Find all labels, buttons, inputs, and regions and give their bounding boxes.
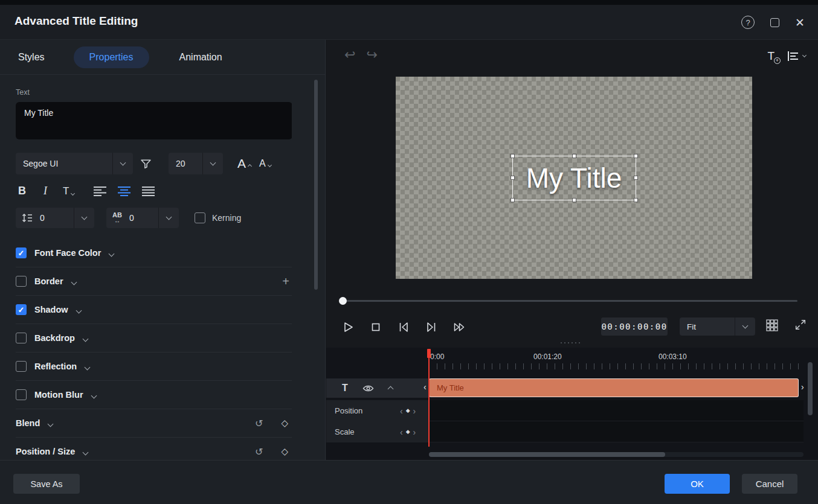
clip-trim-left-icon[interactable]: ‹: [423, 382, 427, 392]
section-backdrop[interactable]: Backdrop: [16, 324, 292, 352]
font-face-color-checkbox[interactable]: ✓: [16, 247, 27, 258]
keyframe-diamond-icon[interactable]: ◇: [281, 418, 288, 429]
keyframe-diamond-icon[interactable]: ◇: [281, 446, 288, 457]
help-icon[interactable]: ?: [741, 16, 755, 29]
playhead-line[interactable]: [428, 349, 430, 447]
add-border-icon[interactable]: +: [282, 275, 289, 289]
align-left-icon[interactable]: [94, 187, 106, 196]
font-size-select[interactable]: 20: [169, 153, 223, 174]
chevron-down-icon[interactable]: [92, 389, 96, 400]
chevron-down-icon[interactable]: [74, 208, 94, 228]
increase-font-size-button[interactable]: A: [237, 156, 246, 171]
selection-handle[interactable]: [510, 176, 515, 180]
track-visibility-icon[interactable]: [362, 384, 374, 392]
position-row-track[interactable]: [429, 400, 804, 421]
undo-icon[interactable]: ↩: [344, 47, 355, 63]
add-text-icon[interactable]: T+: [767, 49, 775, 63]
chevron-down-icon[interactable]: [735, 317, 755, 336]
preview-canvas[interactable]: My Title: [396, 77, 752, 279]
tab-properties[interactable]: Properties: [74, 46, 149, 68]
section-font-face-color[interactable]: ✓ Font Face Color: [16, 239, 292, 267]
next-frame-icon[interactable]: [424, 320, 439, 334]
chevron-down-icon[interactable]: [83, 446, 88, 457]
selection-handle[interactable]: [634, 176, 638, 180]
timeline-ruler[interactable]: 0:00 00:01:20 00:03:10: [429, 348, 804, 372]
selection-handle[interactable]: [510, 154, 515, 158]
add-keyframe-icon[interactable]: ◆: [406, 408, 410, 413]
reflection-checkbox[interactable]: [16, 361, 27, 372]
chevron-down-icon[interactable]: [72, 276, 76, 287]
selection-handle[interactable]: [572, 198, 576, 202]
save-as-button[interactable]: Save As: [13, 474, 80, 494]
timeline-horizontal-scrollbar[interactable]: [429, 452, 804, 457]
previous-frame-icon[interactable]: [396, 320, 411, 334]
grid-icon[interactable]: [766, 319, 778, 331]
section-border[interactable]: Border +: [16, 267, 292, 296]
selection-handle[interactable]: [634, 154, 638, 158]
previous-keyframe-icon[interactable]: ‹: [400, 407, 403, 415]
motion-blur-checkbox[interactable]: [16, 389, 27, 400]
seek-bar[interactable]: [343, 300, 797, 302]
backdrop-checkbox[interactable]: [16, 333, 27, 343]
font-filter-icon[interactable]: [140, 158, 152, 170]
timeline-clip[interactable]: My Title: [429, 378, 799, 397]
section-reflection[interactable]: Reflection: [16, 352, 292, 381]
align-justify-icon[interactable]: [142, 187, 155, 196]
panel-resize-handle[interactable]: [561, 342, 580, 343]
chevron-down-icon[interactable]: [112, 153, 133, 174]
zoom-fit-select[interactable]: Fit: [680, 317, 755, 336]
chevron-down-icon[interactable]: [202, 153, 223, 174]
redo-icon[interactable]: ↪: [366, 47, 377, 63]
next-keyframe-icon[interactable]: ›: [413, 407, 416, 415]
font-family-select[interactable]: Segoe UI: [16, 153, 133, 174]
timeline-vertical-scrollbar[interactable]: [808, 362, 813, 415]
reset-icon[interactable]: ↺: [255, 418, 263, 429]
collapse-track-icon[interactable]: [388, 383, 393, 394]
seek-knob[interactable]: [339, 297, 347, 305]
section-blend[interactable]: Blend ↺ ◇: [16, 409, 292, 438]
italic-button[interactable]: I: [43, 185, 47, 197]
bold-button[interactable]: B: [18, 185, 26, 197]
selection-box[interactable]: [512, 156, 636, 200]
clip-trim-right-icon[interactable]: ›: [801, 382, 804, 392]
kerning-checkbox[interactable]: [195, 212, 205, 223]
maximize-icon[interactable]: [770, 18, 779, 27]
scrollbar-thumb[interactable]: [429, 452, 665, 457]
previous-keyframe-icon[interactable]: ‹: [400, 428, 403, 436]
chevron-down-icon[interactable]: [48, 418, 53, 429]
canvas-align-dropdown[interactable]: [788, 51, 806, 61]
chevron-down-icon[interactable]: [77, 304, 81, 315]
chevron-down-icon[interactable]: [85, 361, 89, 372]
close-icon[interactable]: ✕: [795, 17, 805, 28]
line-spacing-select[interactable]: 0: [16, 208, 94, 228]
section-motion-blur[interactable]: Motion Blur: [16, 381, 292, 409]
section-shadow[interactable]: ✓ Shadow: [16, 296, 292, 324]
scale-row-track[interactable]: [429, 421, 804, 442]
fullscreen-icon[interactable]: [794, 318, 807, 331]
selection-handle[interactable]: [634, 198, 638, 202]
panel-scrollbar[interactable]: [314, 80, 318, 290]
section-position-size[interactable]: Position / Size ↺ ◇: [16, 438, 292, 460]
border-checkbox[interactable]: [16, 276, 27, 287]
kerning-option[interactable]: Kerning: [195, 212, 241, 223]
selection-handle[interactable]: [572, 154, 576, 158]
decrease-font-size-button[interactable]: A: [259, 158, 266, 169]
stop-icon[interactable]: [369, 320, 383, 334]
tab-animation[interactable]: Animation: [179, 52, 222, 63]
chevron-down-icon[interactable]: [83, 333, 88, 343]
reset-icon[interactable]: ↺: [255, 446, 263, 458]
title-text-input[interactable]: My Title: [16, 102, 292, 139]
letter-spacing-select[interactable]: AB↔ 0: [106, 208, 179, 228]
chevron-down-icon[interactable]: [158, 208, 179, 228]
text-style-dropdown[interactable]: T: [63, 185, 74, 197]
play-icon[interactable]: [341, 320, 355, 334]
next-keyframe-icon[interactable]: ›: [413, 428, 416, 436]
ok-button[interactable]: OK: [665, 474, 730, 494]
shadow-checkbox[interactable]: ✓: [16, 304, 27, 315]
selection-handle[interactable]: [510, 198, 515, 202]
chevron-down-icon[interactable]: [109, 247, 114, 258]
cancel-button[interactable]: Cancel: [742, 474, 797, 494]
tab-styles[interactable]: Styles: [18, 52, 45, 63]
align-center-icon[interactable]: [118, 187, 130, 196]
add-keyframe-icon[interactable]: ◆: [406, 429, 410, 435]
